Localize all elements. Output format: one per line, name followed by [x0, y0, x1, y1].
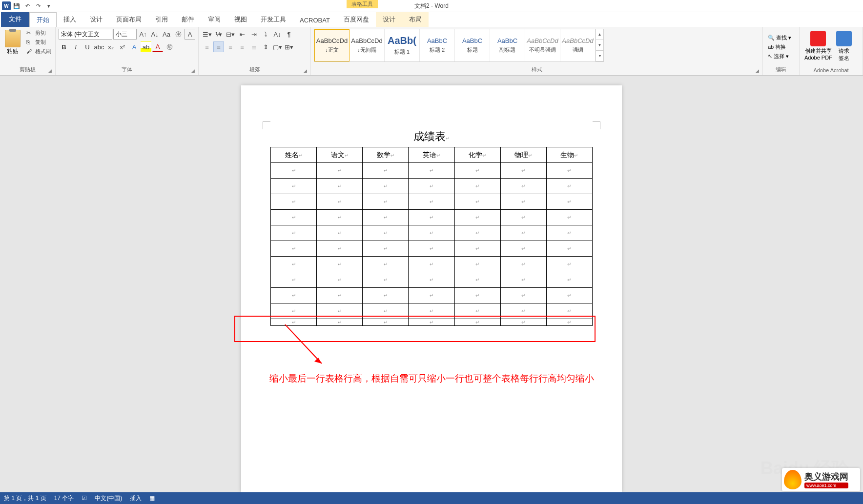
table-cell[interactable]: ↵: [454, 210, 500, 225]
distribute-button[interactable]: ≣: [248, 41, 259, 52]
tab-developer[interactable]: 开发工具: [254, 12, 293, 27]
change-case-button[interactable]: Aa: [161, 29, 172, 40]
clipboard-launcher[interactable]: ◢: [48, 68, 54, 74]
table-row[interactable]: ↵↵↵↵↵↵↵: [271, 257, 593, 272]
tab-review[interactable]: 审阅: [201, 12, 227, 27]
table-cell[interactable]: ↵: [546, 163, 592, 179]
table-cell[interactable]: ↵: [363, 179, 409, 194]
table-cell[interactable]: ↵: [271, 272, 317, 288]
table-cell[interactable]: ↵: [317, 163, 363, 179]
table-cell[interactable]: ↵: [409, 179, 454, 194]
status-macro-icon[interactable]: ▦: [149, 495, 155, 502]
sort-button[interactable]: A↓: [272, 29, 283, 40]
tab-references[interactable]: 引用: [148, 12, 175, 27]
font-launcher[interactable]: ◢: [191, 68, 197, 74]
show-marks-button[interactable]: ¶: [284, 29, 294, 40]
table-cell[interactable]: ↵: [363, 272, 409, 288]
table-cell[interactable]: ↵: [317, 194, 363, 210]
table-cell[interactable]: ↵: [500, 194, 546, 210]
table-cell[interactable]: ↵: [271, 319, 317, 326]
font-size-combo[interactable]: [113, 29, 137, 40]
table-cell[interactable]: ↵: [546, 225, 592, 241]
table-row[interactable]: ↵↵↵↵↵↵↵: [271, 319, 593, 326]
table-cell[interactable]: ↵: [271, 210, 317, 225]
justify-button[interactable]: ≡: [237, 41, 247, 52]
table-cell[interactable]: ↵: [317, 241, 363, 257]
status-mode[interactable]: 插入: [130, 494, 142, 503]
table-cell[interactable]: ↵: [454, 288, 500, 303]
enclose-button[interactable]: ㊞: [164, 41, 175, 52]
table-cell[interactable]: ↵: [271, 288, 317, 303]
table-cell[interactable]: ↵: [454, 179, 500, 194]
font-color-button[interactable]: A: [152, 41, 163, 52]
align-left-button[interactable]: ≡: [202, 41, 212, 52]
table-cell[interactable]: ↵: [271, 303, 317, 319]
table-header[interactable]: 化学↵: [454, 147, 500, 163]
table-cell[interactable]: ↵: [500, 288, 546, 303]
table-cell[interactable]: ↵: [409, 194, 454, 210]
multilevel-button[interactable]: ⊟▾: [225, 29, 236, 40]
table-row[interactable]: ↵↵↵↵↵↵↵: [271, 241, 593, 257]
style-item-3[interactable]: AaBbC标题 2: [420, 29, 455, 61]
subscript-button[interactable]: x₂: [105, 41, 116, 52]
style-item-2[interactable]: AaBb(标题 1: [385, 29, 420, 61]
table-cell[interactable]: ↵: [409, 210, 454, 225]
phonetic-button[interactable]: ㊥: [173, 29, 184, 40]
table-row[interactable]: ↵↵↵↵↵↵↵: [271, 194, 593, 210]
save-button[interactable]: 💾: [12, 1, 21, 11]
status-page[interactable]: 第 1 页，共 1 页: [4, 494, 46, 503]
superscript-button[interactable]: x²: [117, 41, 128, 52]
table-cell[interactable]: ↵: [454, 241, 500, 257]
tab-layout[interactable]: 页面布局: [109, 12, 148, 27]
qat-customize[interactable]: ▾: [44, 1, 54, 11]
table-cell[interactable]: ↵: [317, 319, 363, 326]
table-cell[interactable]: ↵: [271, 179, 317, 194]
table-cell[interactable]: ↵: [454, 163, 500, 179]
select-button[interactable]: ↖选择▾: [766, 52, 796, 61]
table-cell[interactable]: ↵: [546, 319, 592, 326]
table-cell[interactable]: ↵: [363, 194, 409, 210]
bullets-button[interactable]: ☰▾: [202, 29, 212, 40]
table-cell[interactable]: ↵: [363, 303, 409, 319]
table-cell[interactable]: ↵: [271, 194, 317, 210]
table-cell[interactable]: ↵: [271, 163, 317, 179]
shading-button[interactable]: ▢▾: [272, 41, 283, 52]
table-header[interactable]: 物理↵: [500, 147, 546, 163]
status-proofing-icon[interactable]: ☑: [82, 495, 87, 502]
format-painter-button[interactable]: 🖌格式刷: [25, 47, 52, 56]
table-cell[interactable]: ↵: [454, 272, 500, 288]
table-cell[interactable]: ↵: [317, 288, 363, 303]
style-item-1[interactable]: AaBbCcDd↓无间隔: [349, 29, 385, 61]
tab-mailings[interactable]: 邮件: [175, 12, 201, 27]
table-cell[interactable]: ↵: [546, 179, 592, 194]
numbering-button[interactable]: ⅟▾: [213, 29, 224, 40]
style-item-6[interactable]: AaBbCcDd不明显强调: [525, 29, 560, 61]
align-center-button[interactable]: ≡: [213, 41, 224, 52]
table-cell[interactable]: ↵: [546, 288, 592, 303]
tab-baidu[interactable]: 百度网盘: [337, 12, 376, 27]
style-item-0[interactable]: AaBbCcDd↓正文: [314, 29, 349, 61]
table-cell[interactable]: ↵: [500, 179, 546, 194]
table-cell[interactable]: ↵: [363, 319, 409, 326]
grow-font-button[interactable]: A↑: [138, 29, 148, 40]
tab-design[interactable]: 设计: [83, 12, 109, 27]
find-button[interactable]: 🔍查找▾: [766, 33, 796, 42]
table-cell[interactable]: ↵: [363, 225, 409, 241]
table-cell[interactable]: ↵: [454, 303, 500, 319]
table-cell[interactable]: ↵: [271, 241, 317, 257]
table-row[interactable]: ↵↵↵↵↵↵↵: [271, 272, 593, 288]
table-cell[interactable]: ↵: [454, 319, 500, 326]
redo-button[interactable]: ↷: [33, 1, 43, 11]
font-name-combo[interactable]: [59, 29, 112, 40]
table-cell[interactable]: ↵: [500, 225, 546, 241]
line-spacing-button[interactable]: ⇕: [260, 41, 271, 52]
increase-indent-button[interactable]: ⇥: [248, 29, 259, 40]
document-area[interactable]: 成绩表↵ 姓名↵语文↵数学↵英语↵化学↵物理↵生物↵↵↵↵↵↵↵↵↵↵↵↵↵↵↵…: [0, 76, 863, 492]
table-cell[interactable]: ↵: [500, 303, 546, 319]
align-right-button[interactable]: ≡: [225, 41, 236, 52]
paragraph-launcher[interactable]: ◢: [304, 68, 309, 74]
style-item-7[interactable]: AaBbCcDd强调: [560, 29, 596, 61]
table-header[interactable]: 英语↵: [409, 147, 454, 163]
table-cell[interactable]: ↵: [363, 257, 409, 272]
table-cell[interactable]: ↵: [409, 272, 454, 288]
